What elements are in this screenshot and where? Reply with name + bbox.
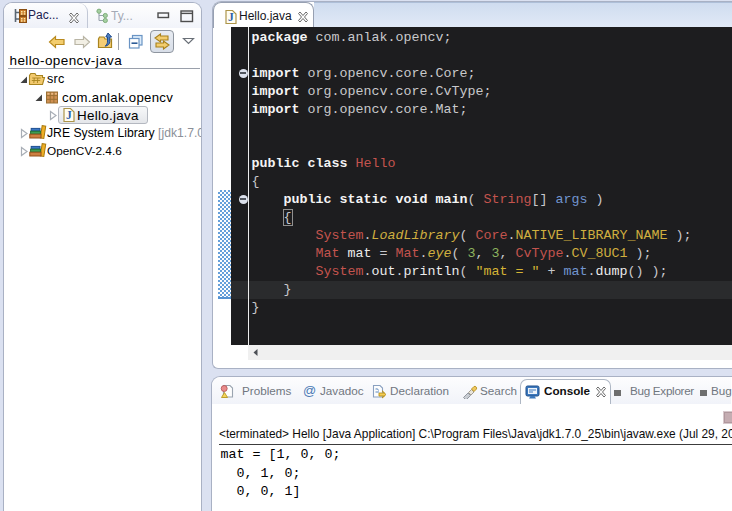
svg-text:J: J — [66, 109, 72, 121]
svg-text:J: J — [228, 11, 234, 23]
